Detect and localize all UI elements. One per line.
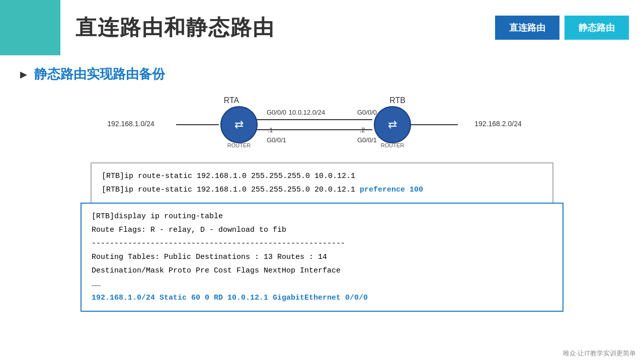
watermark: 唯众·让IT教学实训更简单	[563, 349, 636, 358]
diagram-svg: RTA RTB 192.168.1.0/24 192.168.2.0/24 ⇄ …	[20, 92, 624, 157]
svg-text:⇄: ⇄	[234, 118, 244, 131]
svg-text:⇄: ⇄	[388, 118, 397, 131]
code-secondary-line7: 192.168.1.0/24 Static 60 0 RD 10.0.12.1 …	[92, 291, 552, 305]
header-buttons: 直连路由 静态路由	[495, 16, 644, 40]
code-secondary-line6: ……	[92, 278, 552, 291]
code-secondary-line1: [RTB]display ip routing-table	[92, 210, 552, 223]
svg-text:192.168.1.0/24: 192.168.1.0/24	[107, 120, 154, 128]
svg-text:G0/0/0: G0/0/0	[267, 109, 286, 116]
svg-text:ROUTER: ROUTER	[227, 142, 251, 148]
svg-text:.2: .2	[360, 126, 365, 134]
code-secondary-line2: Route Flags: R - relay, D - download to …	[92, 223, 552, 237]
code-secondary-line3: ----------------------------------------…	[92, 237, 552, 250]
svg-text:RTA: RTA	[224, 96, 239, 105]
secondary-code-box: [RTB]display ip routing-table Route Flag…	[80, 203, 564, 312]
page-title: 直连路由和静态路由	[60, 14, 495, 42]
header: 直连路由和静态路由 直连路由 静态路由	[0, 0, 644, 55]
svg-text:10.0.12.0/24: 10.0.12.0/24	[289, 109, 325, 116]
svg-text:G0/0/1: G0/0/1	[357, 136, 377, 144]
header-accent	[0, 0, 60, 55]
svg-text:192.168.2.0/24: 192.168.2.0/24	[474, 120, 522, 128]
code-line-1: [RTB]ip route-static 192.168.1.0 255.255…	[102, 169, 542, 183]
code-secondary-line5: Destination/Mask Proto Pre Cost Flags Ne…	[92, 264, 552, 278]
code-line-2-highlight: preference 100	[360, 186, 423, 194]
primary-code-box: [RTB]ip route-static 192.168.1.0 255.255…	[91, 162, 553, 204]
svg-text:G0/0/1: G0/0/1	[267, 136, 286, 144]
svg-text:G0/0/0: G0/0/0	[357, 109, 377, 116]
section-label: 静态路由实现路由备份	[34, 65, 165, 83]
code-line-2: [RTB]ip route-static 192.168.1.0 255.255…	[102, 183, 542, 197]
direct-route-button[interactable]: 直连路由	[495, 16, 559, 40]
section-title: ▶ 静态路由实现路由备份	[20, 65, 624, 83]
svg-text:.1: .1	[268, 126, 273, 134]
code-line-2-prefix: [RTB]ip route-static 192.168.1.0 255.255…	[102, 186, 360, 194]
network-diagram: RTA RTB 192.168.1.0/24 192.168.2.0/24 ⇄ …	[20, 92, 624, 157]
svg-text:ROUTER: ROUTER	[381, 142, 405, 148]
code-secondary-line4: Routing Tables: Public Destinations : 13…	[92, 250, 552, 264]
svg-text:RTB: RTB	[389, 96, 406, 105]
static-route-button[interactable]: 静态路由	[565, 16, 629, 40]
main-content: ▶ 静态路由实现路由备份 RTA RTB 192.168.1.0/24 192.…	[0, 55, 644, 322]
section-arrow: ▶	[20, 69, 27, 80]
